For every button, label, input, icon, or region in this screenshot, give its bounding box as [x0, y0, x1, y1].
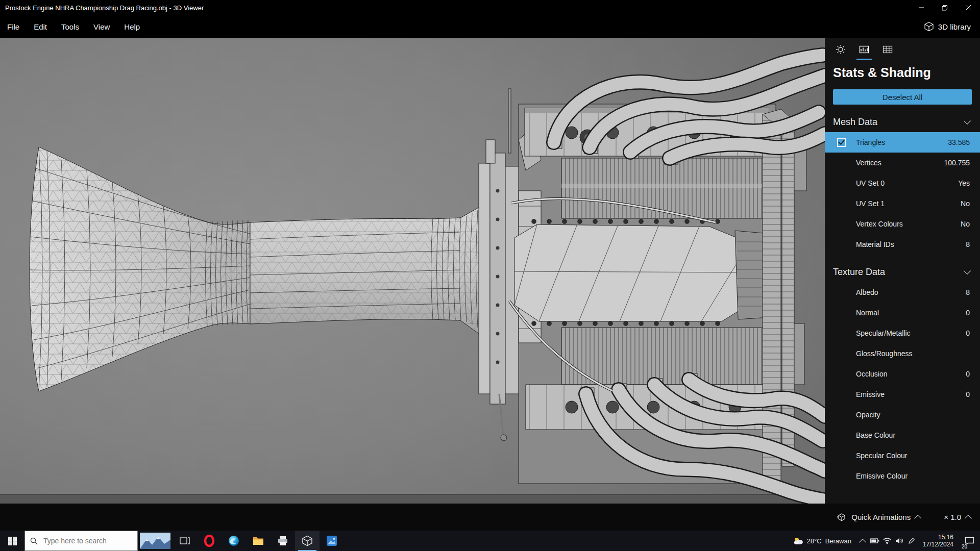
stat-value: 0: [966, 329, 970, 337]
close-button[interactable]: [957, 0, 980, 15]
menu-edit[interactable]: Edit: [27, 15, 54, 38]
panel-tabs: [825, 38, 980, 60]
stat-value: 8: [966, 240, 970, 248]
stat-row-uv-set-0[interactable]: UV Set 0 Yes: [825, 173, 980, 193]
battery-tray-icon[interactable]: [869, 531, 881, 551]
network-tray-icon[interactable]: [881, 531, 893, 551]
opera-app-button[interactable]: [197, 531, 222, 551]
stat-row-emissive[interactable]: Emissive 0: [825, 384, 980, 405]
taskbar-clock[interactable]: 15:16 17/12/2024: [918, 534, 959, 548]
stat-row-base-colour[interactable]: Base Colour: [825, 425, 980, 445]
task-view-button[interactable]: [173, 531, 197, 551]
window-title: Prostock Engine NHRA Championship Drag R…: [0, 4, 910, 12]
stat-label: Material IDs: [856, 240, 966, 248]
restore-button[interactable]: [933, 0, 957, 15]
animation-scale-control[interactable]: × 1.0: [944, 513, 971, 521]
action-center-button[interactable]: 20: [959, 531, 980, 551]
menu-tools[interactable]: Tools: [54, 15, 86, 38]
taskbar-search[interactable]: [24, 531, 138, 551]
stat-label: Gloss/Roughness: [856, 349, 970, 358]
model-wireframe: [0, 38, 825, 504]
pen-tray-icon[interactable]: [905, 531, 918, 551]
stat-value: Yes: [958, 179, 970, 187]
section-header-texture-data[interactable]: Texture Data: [825, 262, 980, 282]
stat-label: Specular Colour: [856, 452, 970, 460]
speaker-icon: [895, 537, 903, 544]
minimize-button[interactable]: [910, 0, 933, 15]
stat-value: 100.755: [944, 159, 970, 167]
stat-row-specular-colour[interactable]: Specular Colour: [825, 445, 980, 466]
start-button[interactable]: [0, 531, 24, 551]
weather-cloud-icon: [793, 537, 803, 545]
weather-temp: 28°C: [807, 537, 822, 545]
edge-icon: [228, 535, 240, 547]
mountain-photo-icon: [140, 533, 170, 549]
stat-row-triangles[interactable]: Triangles 33.585: [825, 132, 980, 153]
stat-value: 0: [966, 309, 970, 317]
stat-label: Specular/Metallic: [856, 329, 966, 337]
windows-logo-icon: [8, 537, 17, 545]
wifi-icon: [883, 537, 892, 544]
pen-icon: [908, 537, 915, 544]
stat-label: Occlusion: [856, 370, 966, 378]
section-label: Texture Data: [833, 267, 885, 278]
volume-tray-icon[interactable]: [893, 531, 905, 551]
chevron-down-icon: [964, 117, 971, 124]
checkbox-checked[interactable]: [837, 138, 846, 147]
3d-library-button[interactable]: 3D library: [924, 21, 980, 32]
3d-viewer-app-button[interactable]: [295, 531, 320, 551]
edge-app-button[interactable]: [222, 531, 246, 551]
photos-app-button[interactable]: [320, 531, 344, 551]
quick-animations-label: Quick Animations: [851, 513, 911, 521]
file-explorer-app-button[interactable]: [246, 531, 271, 551]
battery-icon: [870, 538, 879, 544]
stat-value: 33.585: [948, 138, 970, 146]
stat-label: Albedo: [856, 288, 966, 296]
stat-row-occlusion[interactable]: Occlusion 0: [825, 364, 980, 384]
stat-label: UV Set 0: [856, 179, 958, 187]
stat-label: Emissive Colour: [856, 472, 970, 480]
stat-row-vertices[interactable]: Vertices 100.755: [825, 153, 980, 173]
stat-value: 0: [966, 370, 970, 378]
news-widget-thumbnail[interactable]: [138, 531, 173, 551]
show-hidden-icons-button[interactable]: [856, 531, 869, 551]
stat-row-normal[interactable]: Normal 0: [825, 303, 980, 323]
section-header-mesh-data[interactable]: Mesh Data: [825, 112, 980, 132]
panel-title: Stats & Shading: [833, 65, 972, 80]
stat-row-emissive-colour[interactable]: Emissive Colour: [825, 466, 980, 486]
printer-app-button[interactable]: [271, 531, 295, 551]
restore-icon: [942, 5, 948, 11]
stat-row-uv-set-1[interactable]: UV Set 1 No: [825, 193, 980, 214]
menu-view[interactable]: View: [86, 15, 117, 38]
weather-widget[interactable]: 28°C Berawan: [788, 537, 856, 545]
close-icon: [965, 5, 971, 11]
photos-icon: [326, 535, 338, 547]
menu-bar: File Edit Tools View Help 3D library: [0, 15, 980, 38]
stat-row-specular-metallic[interactable]: Specular/Metallic 0: [825, 323, 980, 343]
stat-row-gloss-roughness[interactable]: Gloss/Roughness: [825, 343, 980, 364]
stat-value: No: [961, 199, 970, 208]
stat-row-opacity[interactable]: Opacity: [825, 405, 980, 425]
search-input[interactable]: [42, 536, 131, 545]
stat-row-albedo[interactable]: Albedo 8: [825, 282, 980, 303]
stats-shading-panel: Stats & Shading Deselect All Mesh Data T…: [825, 38, 980, 504]
stat-row-material-ids[interactable]: Material IDs 8: [825, 234, 980, 255]
chevron-up-icon: [914, 515, 921, 522]
tab-grid[interactable]: [879, 44, 896, 60]
tab-stats-shading[interactable]: [855, 44, 873, 60]
stat-value: 0: [966, 390, 970, 398]
deselect-all-button[interactable]: Deselect All: [833, 89, 972, 105]
viewport-3d[interactable]: [0, 38, 825, 504]
quick-animations-control[interactable]: Quick Animations: [837, 512, 920, 522]
tab-environment[interactable]: [832, 44, 849, 60]
stat-value: No: [961, 220, 970, 228]
printer-icon: [277, 535, 289, 547]
stat-label: Emissive: [856, 390, 966, 398]
section-label: Mesh Data: [833, 117, 877, 128]
menu-help[interactable]: Help: [117, 15, 147, 38]
stat-row-vertex-colours[interactable]: Vertex Colours No: [825, 214, 980, 234]
stat-label: Vertex Colours: [856, 220, 961, 228]
stat-value: 8: [966, 288, 970, 296]
folder-icon: [252, 535, 264, 547]
menu-file[interactable]: File: [0, 15, 27, 38]
